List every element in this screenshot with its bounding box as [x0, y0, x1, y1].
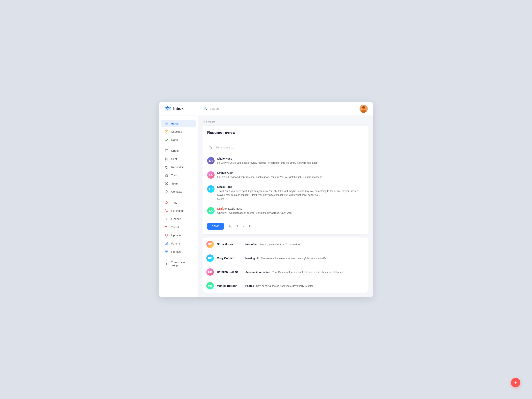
avatar[interactable]	[360, 105, 368, 113]
email-avatar-riley: RC	[206, 254, 214, 262]
sidebar-item-done[interactable]: Done	[161, 136, 196, 144]
spam-icon	[165, 182, 169, 185]
thread-card: Resume review Remind me to... LR Lizzie …	[203, 126, 368, 234]
section-label: This month	[203, 120, 368, 123]
thread-title: Resume review	[207, 130, 364, 138]
svg-line-13	[167, 167, 167, 168]
email-row-nuria[interactable]: NM Núria Moura New offer - Sending new o…	[203, 237, 368, 251]
sidebar-label-done: Done	[171, 138, 178, 141]
compose-toolbar: SEND 📎 B I T↕	[207, 220, 364, 230]
svg-text:$: $	[166, 217, 167, 221]
trips-icon	[165, 201, 169, 205]
message-row-evelyn: EA Evelyn Allen Hi Lizzie, I reviewed yo…	[207, 168, 364, 182]
message-row-draft: EA Draft to: Lizzie Rose Oh wow! I want …	[207, 204, 364, 218]
email-preview-carolien: Account information - Your Oasis system …	[245, 271, 365, 273]
email-preview-riley: Meeting - Hi! Can we reschedule our toda…	[245, 257, 365, 260]
remind-row[interactable]: Remind me to...	[207, 142, 364, 153]
plus-icon: +	[165, 262, 169, 266]
sidebar: Inbox Snoozed Done Drafts	[159, 116, 198, 297]
msg-avatar-evelyn: EA	[207, 171, 215, 179]
svg-rect-31	[165, 251, 168, 253]
forums-icon	[165, 241, 169, 246]
search-area[interactable]: 🔍 Search	[203, 107, 360, 111]
header: Inbox 🔍 Search	[159, 102, 373, 116]
sidebar-item-promos[interactable]: Promos	[161, 248, 196, 256]
sidebar-label-purchases: Purchases	[171, 209, 184, 212]
done-icon	[165, 138, 169, 142]
attach-icon[interactable]: 📎	[227, 224, 233, 229]
svg-point-22	[166, 212, 167, 212]
email-row-monica[interactable]: MB Monica Böttger Photos - Hey, sending …	[203, 279, 368, 293]
email-sender-riley: Riley Cooper	[217, 257, 242, 260]
send-button[interactable]: SEND	[207, 223, 224, 230]
sidebar-label-contacts: Contacts	[171, 190, 182, 193]
email-sender-carolien: Carolien Bloeme	[217, 270, 242, 273]
sidebar-item-updates[interactable]: Updates	[161, 231, 196, 239]
sidebar-item-trips[interactable]: Trips	[161, 199, 196, 207]
search-placeholder: Search	[209, 107, 219, 110]
svg-point-19	[166, 184, 167, 184]
sidebar-item-inbox[interactable]: Inbox	[161, 120, 196, 127]
svg-point-6	[362, 106, 365, 108]
trash-icon	[165, 173, 169, 177]
email-list: NM Núria Moura New offer - Sending new o…	[203, 237, 368, 293]
msg-avatar-draft: EA	[207, 207, 215, 215]
sidebar-item-sent[interactable]: Sent	[161, 155, 196, 163]
msg-content-lizzie2: Lizzie Rose Thank You! You were right. I…	[217, 185, 364, 201]
email-row-riley[interactable]: RC Riley Cooper Meeting - Hi! Can we res…	[203, 251, 368, 265]
msg-avatar-lizzie1: LR	[207, 157, 215, 165]
snoozed-icon	[165, 130, 169, 134]
sidebar-label-drafts: Drafts	[171, 149, 178, 152]
sidebar-item-purchases[interactable]: Purchases	[161, 207, 196, 215]
sidebar-item-reminders[interactable]: Reminders	[161, 163, 196, 171]
search-icon: 🔍	[203, 107, 208, 111]
svg-line-36	[210, 148, 211, 148]
svg-marker-10	[165, 158, 168, 160]
sidebar-item-trash[interactable]: Trash	[161, 171, 196, 179]
sidebar-label-social: Social	[171, 226, 179, 229]
sidebar-item-contacts[interactable]: Contacts	[161, 188, 196, 196]
sidebar-label-promos: Promos	[171, 250, 181, 253]
app-container: Inbox 🔍 Search Inbox	[159, 102, 373, 297]
nav-separator-3	[159, 256, 198, 258]
sidebar-label-snoozed: Snoozed	[171, 130, 182, 133]
svg-marker-27	[166, 234, 168, 237]
sidebar-item-social[interactable]: Social	[161, 223, 196, 231]
svg-rect-30	[166, 243, 168, 245]
email-preview-nuria: New offer - Sending new offer that You a…	[245, 243, 365, 246]
svg-point-20	[166, 190, 167, 192]
bold-icon[interactable]: B	[236, 224, 239, 229]
msg-text-evelyn: Hi Lizzie, I reviewed your resume. Looks…	[217, 175, 364, 179]
compose-fab[interactable]: +	[511, 378, 520, 387]
msg-text-draft: Oh wow! I want jetpack of course. Send i…	[217, 211, 364, 215]
svg-point-25	[165, 226, 167, 227]
sidebar-label-spam: Spam	[171, 182, 178, 185]
email-subject-monica: Photos	[245, 285, 254, 287]
content-area: This month Resume review Remind me to...…	[198, 116, 373, 297]
sidebar-label-trips: Trips	[171, 201, 177, 204]
sidebar-label-inbox: Inbox	[171, 122, 178, 125]
message-row-lizzie2: LR Lizzie Rose Thank You! You were right…	[207, 182, 364, 204]
sidebar-label-updates: Updates	[171, 234, 181, 237]
email-avatar-nuria: NM	[206, 241, 214, 248]
sidebar-item-drafts[interactable]: Drafts	[161, 147, 196, 155]
user-avatar-img	[360, 105, 368, 113]
nav-separator-1	[159, 144, 198, 146]
create-new-group-button[interactable]: + Create new group	[161, 259, 196, 269]
sidebar-item-forums[interactable]: Forums	[161, 240, 196, 247]
email-sender-nuria: Núria Moura	[217, 243, 242, 246]
msg-sender-lizzie2: Lizzie Rose	[217, 185, 364, 188]
message-row-lizzie1: LR Lizzie Rose Hi Evelyn! Could you plea…	[207, 154, 364, 168]
sidebar-item-finance[interactable]: $ Finance	[161, 215, 196, 223]
sidebar-item-snoozed[interactable]: Snoozed	[161, 128, 196, 136]
text-size-icon[interactable]: T↕	[248, 224, 253, 229]
inbox-icon	[165, 121, 169, 126]
sidebar-label-sent: Sent	[171, 158, 177, 160]
email-row-carolien[interactable]: CB Carolien Bloeme Account information -…	[203, 265, 368, 279]
email-preview-monica: Photos - Hey, sending photos from yester…	[245, 285, 365, 287]
msg-sender-lizzie1: Lizzie Rose	[217, 157, 364, 160]
app-logo-icon	[164, 105, 171, 112]
sidebar-item-spam[interactable]: Spam	[161, 180, 196, 187]
email-subject-carolien: Account information	[245, 271, 270, 273]
italic-icon[interactable]: I	[242, 224, 245, 229]
